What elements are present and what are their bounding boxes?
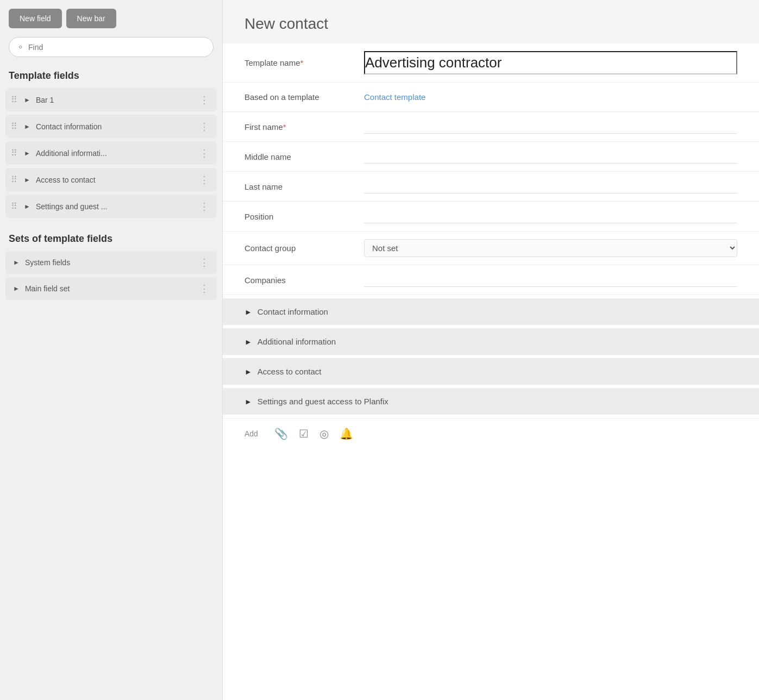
position-row: Position <box>223 202 759 232</box>
more-options-icon[interactable]: ⋮ <box>197 202 211 211</box>
new-field-button[interactable]: New field <box>9 9 62 28</box>
contact-info-header[interactable]: ► Contact information <box>223 298 759 325</box>
expand-icon[interactable]: ► <box>22 149 33 157</box>
template-fields-list: ⠿ ► Bar 1 ⋮ ⠿ ► Contact information ⋮ ⠿ … <box>0 88 222 218</box>
expand-icon[interactable]: ► <box>22 203 33 210</box>
based-on-value: Contact template <box>364 92 737 102</box>
list-item[interactable]: ⠿ ► Settings and guest ... ⋮ <box>5 195 217 218</box>
contact-info-section: ► Contact information <box>223 298 759 325</box>
field-item-label: Contact information <box>36 122 194 131</box>
section-expand-icon: ► <box>244 367 252 376</box>
search-input[interactable] <box>28 43 205 52</box>
right-panel: New contact Template name* Based on a te… <box>223 0 759 700</box>
toolbar: New field New bar <box>0 0 222 37</box>
list-item[interactable]: ⠿ ► Additional informati... ⋮ <box>5 141 217 165</box>
list-item[interactable]: ► System fields ⋮ <box>5 251 217 274</box>
list-item[interactable]: ► Main field set ⋮ <box>5 277 217 300</box>
based-on-link[interactable]: Contact template <box>364 92 425 102</box>
contact-group-value: Not set <box>364 239 737 257</box>
position-value <box>364 209 737 223</box>
drag-handle-icon: ⠿ <box>11 121 17 132</box>
settings-section: ► Settings and guest access to Planfix <box>223 388 759 415</box>
attachment-icon[interactable]: 📎 <box>274 427 288 440</box>
more-options-icon[interactable]: ⋮ <box>197 122 211 132</box>
template-name-value <box>364 51 737 74</box>
search-icon: ⚬ <box>17 42 24 52</box>
middle-name-row: Middle name <box>223 142 759 172</box>
section-label: Contact information <box>258 307 328 316</box>
more-options-icon[interactable]: ⋮ <box>197 258 211 267</box>
left-panel: New field New bar ⚬ Template fields ⠿ ► … <box>0 0 223 700</box>
field-item-label: Settings and guest ... <box>36 202 194 211</box>
access-header[interactable]: ► Access to contact <box>223 358 759 385</box>
additional-info-header[interactable]: ► Additional information <box>223 328 759 355</box>
drag-handle-icon: ⠿ <box>11 201 17 211</box>
add-label: Add <box>244 429 258 438</box>
section-label: Access to contact <box>258 367 322 376</box>
last-name-input[interactable] <box>364 179 737 193</box>
companies-row: Companies <box>223 265 759 295</box>
section-label: Settings and guest access to Planfix <box>258 397 388 406</box>
expand-icon[interactable]: ► <box>11 259 22 266</box>
form-footer: Add 📎 ☑ ◎ 🔔 <box>223 418 759 449</box>
list-item[interactable]: ⠿ ► Contact information ⋮ <box>5 115 217 138</box>
page-header: New contact <box>223 0 759 43</box>
template-name-input[interactable] <box>364 51 737 74</box>
first-name-row: First name* <box>223 112 759 142</box>
middle-name-label: Middle name <box>244 152 364 161</box>
companies-input[interactable] <box>364 273 737 287</box>
new-bar-button[interactable]: New bar <box>66 9 116 28</box>
access-section: ► Access to contact <box>223 358 759 385</box>
companies-value <box>364 273 737 287</box>
more-options-icon[interactable]: ⋮ <box>197 148 211 158</box>
expand-icon[interactable]: ► <box>22 123 33 130</box>
contact-group-label: Contact group <box>244 243 364 253</box>
additional-info-section: ► Additional information <box>223 328 759 355</box>
section-expand-icon: ► <box>244 338 252 346</box>
section-expand-icon: ► <box>244 308 252 316</box>
search-bar-container: ⚬ <box>0 37 222 66</box>
list-item[interactable]: ⠿ ► Access to contact ⋮ <box>5 168 217 191</box>
checklist-icon[interactable]: ☑ <box>299 427 309 440</box>
middle-name-value <box>364 149 737 164</box>
last-name-row: Last name <box>223 172 759 202</box>
drag-handle-icon: ⠿ <box>11 95 17 105</box>
template-name-row: Template name* <box>223 43 759 83</box>
first-name-input[interactable] <box>364 120 737 134</box>
middle-name-input[interactable] <box>364 149 737 164</box>
based-on-label: Based on a template <box>244 92 364 102</box>
expand-icon[interactable]: ► <box>11 285 22 292</box>
expand-icon[interactable]: ► <box>22 176 33 184</box>
list-item[interactable]: ⠿ ► Bar 1 ⋮ <box>5 88 217 111</box>
expand-icon[interactable]: ► <box>22 96 33 104</box>
sets-title: Sets of template fields <box>0 229 222 251</box>
timer-icon[interactable]: ◎ <box>319 427 329 440</box>
field-item-label: Access to contact <box>36 176 194 184</box>
based-on-row: Based on a template Contact template <box>223 83 759 112</box>
sets-list: ► System fields ⋮ ► Main field set ⋮ <box>0 251 222 300</box>
companies-label: Companies <box>244 276 364 285</box>
field-item-label: Additional informati... <box>36 149 194 158</box>
contact-group-select[interactable]: Not set <box>364 239 737 257</box>
section-expand-icon: ► <box>244 397 252 406</box>
required-indicator: * <box>300 58 304 67</box>
contact-group-row: Contact group Not set <box>223 232 759 265</box>
more-options-icon[interactable]: ⋮ <box>197 284 211 293</box>
form-area: Template name* Based on a template Conta… <box>223 43 759 700</box>
drag-handle-icon: ⠿ <box>11 148 17 158</box>
template-fields-title: Template fields <box>0 66 222 88</box>
position-input[interactable] <box>364 209 737 223</box>
notification-icon[interactable]: 🔔 <box>340 427 353 440</box>
required-indicator: * <box>283 122 286 132</box>
more-options-icon[interactable]: ⋮ <box>197 95 211 105</box>
section-label: Additional information <box>258 337 336 346</box>
field-item-label: Bar 1 <box>36 96 194 104</box>
more-options-icon[interactable]: ⋮ <box>197 175 211 185</box>
last-name-label: Last name <box>244 182 364 191</box>
page-title: New contact <box>244 15 737 33</box>
set-item-label: System fields <box>25 258 194 267</box>
settings-header[interactable]: ► Settings and guest access to Planfix <box>223 388 759 415</box>
position-label: Position <box>244 212 364 221</box>
drag-handle-icon: ⠿ <box>11 174 17 185</box>
first-name-value <box>364 120 737 134</box>
